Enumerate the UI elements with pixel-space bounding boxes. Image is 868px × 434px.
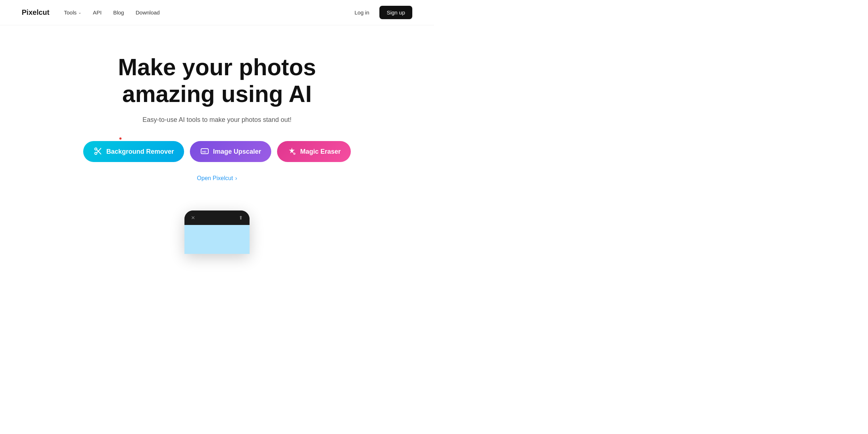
nav-item-tools[interactable]: Tools ⌄ — [64, 9, 81, 16]
chevron-right-icon: › — [235, 175, 237, 182]
open-pixelcut-label: Open Pixelcut — [197, 175, 233, 182]
close-icon: ✕ — [191, 215, 195, 221]
magic-eraser-label: Magic Eraser — [300, 148, 341, 156]
phone-screen — [184, 225, 250, 254]
share-icon: ⬆ — [239, 215, 243, 221]
image-upscaler-label: Image Upscaler — [213, 148, 261, 156]
scissors-icon — [93, 147, 103, 156]
chevron-down-icon: ⌄ — [78, 10, 81, 15]
nav-logo[interactable]: Pixelcut — [22, 8, 50, 17]
phone-top-bar: ✕ ⬆ — [184, 210, 250, 225]
svg-line-4 — [99, 148, 101, 151]
svg-point-7 — [294, 153, 295, 154]
nav-item-blog[interactable]: Blog — [113, 9, 124, 16]
decoration-dot — [119, 137, 122, 140]
magic-eraser-button[interactable]: Magic Eraser — [277, 141, 351, 162]
nav-links: Tools ⌄ API Blog Download — [64, 9, 350, 16]
phone-mockup-section: ✕ ⬆ — [0, 203, 434, 254]
nav-tools-label: Tools — [64, 9, 77, 16]
magic-wand-icon — [287, 147, 297, 156]
navbar: Pixelcut Tools ⌄ API Blog Download Log i… — [0, 0, 434, 25]
login-button[interactable]: Log in — [350, 7, 374, 18]
hero-title: Make your photos amazing using AI — [90, 54, 344, 107]
phone-mockup: ✕ ⬆ — [184, 210, 250, 254]
nav-item-api[interactable]: API — [93, 9, 102, 16]
open-pixelcut-link[interactable]: Open Pixelcut › — [197, 175, 237, 182]
nav-actions: Log in Sign up — [350, 6, 412, 19]
image-upscaler-button[interactable]: HD Image Upscaler — [190, 141, 271, 162]
signup-button[interactable]: Sign up — [379, 6, 412, 19]
svg-text:HD: HD — [202, 150, 207, 153]
hero-buttons: Background Remover HD Image Upscaler Mag… — [83, 141, 351, 162]
background-remover-button[interactable]: Background Remover — [83, 141, 184, 162]
nav-item-download[interactable]: Download — [136, 9, 160, 16]
background-remover-label: Background Remover — [106, 148, 174, 156]
hero-section: Make your photos amazing using AI Easy-t… — [0, 25, 434, 203]
hd-icon: HD — [200, 147, 209, 156]
hero-subtitle: Easy-to-use AI tools to make your photos… — [142, 116, 292, 124]
